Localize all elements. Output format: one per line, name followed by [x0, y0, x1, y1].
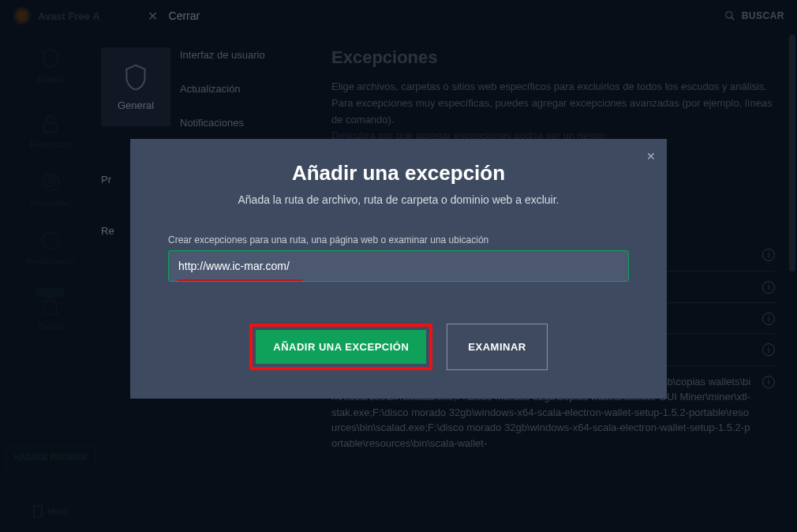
modal-title: Añadir una excepción: [168, 161, 629, 185]
add-exception-modal: ✕ Añadir una excepción Añada la ruta de …: [130, 139, 667, 399]
modal-subtitle: Añada la ruta de archivo, ruta de carpet…: [168, 193, 629, 206]
close-icon[interactable]: ✕: [646, 150, 656, 163]
add-exception-button[interactable]: AÑADIR UNA EXCEPCIÓN: [256, 330, 426, 364]
browse-button[interactable]: EXAMINAR: [447, 324, 547, 370]
input-label: Crear excepciones para una ruta, una pág…: [168, 234, 629, 245]
add-button-highlight: AÑADIR UNA EXCEPCIÓN: [249, 324, 432, 370]
exception-url-input[interactable]: [168, 250, 629, 282]
input-underline: [178, 279, 302, 281]
modal-overlay: ✕ Añadir una excepción Añada la ruta de …: [0, 0, 797, 532]
